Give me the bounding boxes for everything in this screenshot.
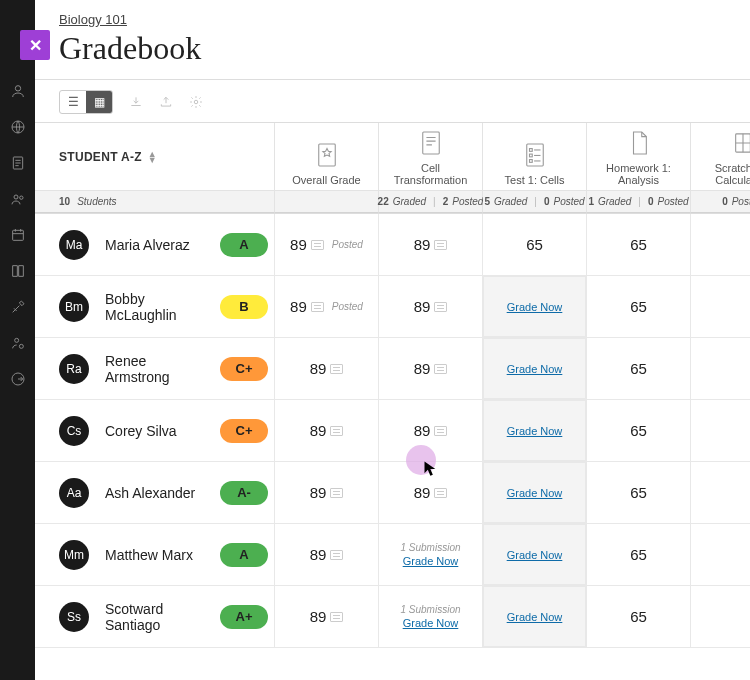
left-nav-rail: ✕: [0, 0, 35, 680]
close-panel-button[interactable]: ✕: [20, 30, 50, 60]
people-icon[interactable]: [9, 190, 27, 208]
grade-cell[interactable]: 89: [275, 338, 379, 400]
grade-cell[interactable]: Grade Now: [483, 524, 587, 586]
grade-now-link[interactable]: Grade Now: [507, 487, 563, 499]
grade-cell[interactable]: Grade Now: [483, 400, 587, 462]
student-row[interactable]: Ma Maria Alveraz A: [35, 214, 275, 276]
grade-cell[interactable]: 89Posted: [275, 276, 379, 338]
grade-now-link[interactable]: Grade Now: [507, 611, 563, 623]
score: 65: [630, 546, 647, 563]
logout-icon[interactable]: [9, 370, 27, 388]
grade-now-link[interactable]: Grade Now: [507, 363, 563, 375]
student-row[interactable]: Ss Scotward Santiago A+: [35, 586, 275, 648]
avatar: Ma: [59, 230, 89, 260]
grade-cell[interactable]: 89: [379, 214, 483, 276]
grade-cell[interactable]: Grade Now: [483, 276, 587, 338]
student-row[interactable]: Cs Corey Silva C+: [35, 400, 275, 462]
grade-cell[interactable]: 65: [587, 214, 691, 276]
globe-icon[interactable]: [9, 118, 27, 136]
upload-icon[interactable]: [159, 95, 173, 109]
student-row[interactable]: Bm Bobby McLaughlin B: [35, 276, 275, 338]
grade-cell[interactable]: 65: [587, 524, 691, 586]
grade-cell[interactable]: 1 SubmissionGrade Now: [379, 524, 483, 586]
grade-cell[interactable]: 89Posted: [275, 214, 379, 276]
grade-cell[interactable]: 65: [587, 586, 691, 648]
student-row[interactable]: Mm Matthew Marx A: [35, 524, 275, 586]
grid-view-icon[interactable]: ▦: [86, 91, 112, 113]
grade-cell[interactable]: 65: [587, 462, 691, 524]
download-icon[interactable]: [129, 95, 143, 109]
overall-grade-pill: A: [220, 233, 268, 257]
breadcrumb[interactable]: Biology 101: [59, 12, 127, 27]
admin-icon[interactable]: [9, 334, 27, 352]
note-icon: [434, 302, 447, 312]
note-icon: [330, 426, 343, 436]
overall-grade-icon: [316, 142, 338, 168]
grade-cell[interactable]: 65: [587, 276, 691, 338]
list-view-icon[interactable]: ☰: [60, 91, 86, 113]
submission-count: 1 Submission: [400, 542, 460, 553]
tools-icon[interactable]: [9, 298, 27, 316]
page-header: Biology 101 Gradebook: [35, 0, 750, 80]
svg-point-0: [15, 86, 20, 91]
overall-grade-pill: C+: [220, 357, 268, 381]
student-sort-header[interactable]: STUDENT A-Z▲▼: [35, 123, 275, 191]
avatar: Bm: [59, 292, 89, 322]
person-icon[interactable]: [9, 82, 27, 100]
grade-cell[interactable]: 89: [275, 400, 379, 462]
column-header-overall[interactable]: Overall Grade: [275, 123, 379, 191]
column-header-homework1[interactable]: Homework 1: Analysis: [587, 123, 691, 191]
column-header-scratchpad[interactable]: Scratchpad Calculation: [691, 123, 750, 191]
student-name: Maria Alveraz: [105, 237, 204, 253]
score: 89: [310, 608, 344, 625]
student-name: Bobby McLaughlin: [105, 291, 204, 323]
student-name: Ash Alexander: [105, 485, 204, 501]
grade-cell[interactable]: 65: [483, 214, 587, 276]
book-icon[interactable]: [9, 262, 27, 280]
settings-gear-icon[interactable]: [189, 95, 203, 109]
grade-now-link[interactable]: Grade Now: [507, 301, 563, 313]
cursor-arrow-icon: [422, 459, 442, 483]
grade-cell[interactable]: Grade Now: [483, 338, 587, 400]
grade-now-link[interactable]: Grade Now: [403, 617, 459, 629]
grade-cell[interactable]: 89: [275, 586, 379, 648]
document-icon[interactable]: [9, 154, 27, 172]
grade-cell[interactable]: 1 SubmissionGrade Now: [379, 586, 483, 648]
student-name: Matthew Marx: [105, 547, 204, 563]
overall-grade-pill: B: [220, 295, 268, 319]
score: 65: [630, 360, 647, 377]
column-header-test1[interactable]: Test 1: Cells: [483, 123, 587, 191]
note-icon: [311, 240, 324, 250]
grade-now-link[interactable]: Grade Now: [403, 555, 459, 567]
svg-point-6: [14, 338, 18, 342]
score: 89: [414, 236, 448, 253]
score: 65: [526, 236, 543, 253]
avatar: Mm: [59, 540, 89, 570]
student-row[interactable]: Ra Renee Armstrong C+: [35, 338, 275, 400]
svg-point-9: [194, 100, 198, 104]
grade-cell[interactable]: 89: [379, 338, 483, 400]
view-toggle[interactable]: ☰ ▦: [59, 90, 113, 114]
score: 89: [290, 298, 324, 315]
grade-cell[interactable]: 65: [587, 400, 691, 462]
score: 89: [414, 422, 448, 439]
empty-cell: [691, 214, 750, 276]
grade-cell[interactable]: 89: [275, 462, 379, 524]
overall-grade-pill: A: [220, 543, 268, 567]
grade-cell[interactable]: 89: [379, 276, 483, 338]
score: 65: [630, 608, 647, 625]
grade-cell[interactable]: Grade Now: [483, 586, 587, 648]
overall-subheader: [275, 191, 379, 213]
score: 89: [310, 546, 344, 563]
student-row[interactable]: Aa Ash Alexander A-: [35, 462, 275, 524]
grade-now-link[interactable]: Grade Now: [507, 549, 563, 561]
grade-cell[interactable]: 89: [275, 524, 379, 586]
svg-rect-14: [529, 154, 532, 157]
grade-cell[interactable]: 65: [587, 338, 691, 400]
empty-cell: [691, 524, 750, 586]
grade-cell[interactable]: Grade Now: [483, 462, 587, 524]
grade-now-link[interactable]: Grade Now: [507, 425, 563, 437]
calendar-icon[interactable]: [9, 226, 27, 244]
column-header-cell-transformation[interactable]: Cell Transformation: [379, 123, 483, 191]
score: 89: [414, 298, 448, 315]
